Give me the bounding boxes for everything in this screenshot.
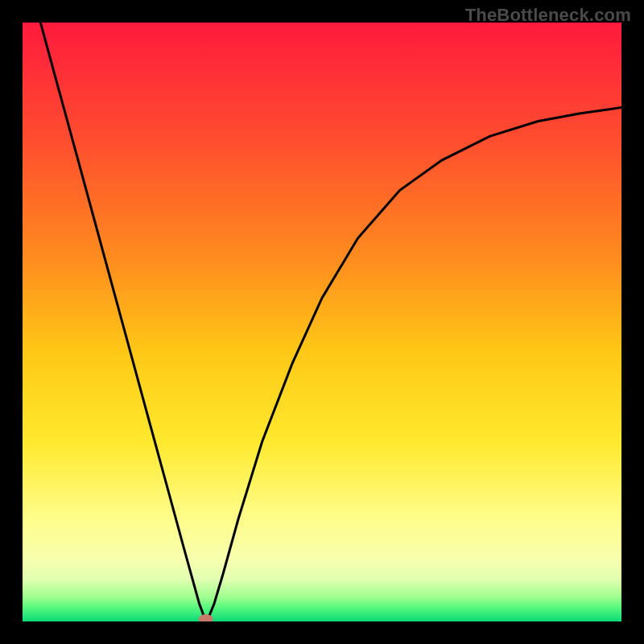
curve-layer <box>23 23 621 621</box>
bottleneck-curve <box>40 23 621 621</box>
watermark-text: TheBottleneck.com <box>465 5 631 26</box>
optimum-marker <box>199 614 213 621</box>
chart-frame: TheBottleneck.com <box>0 0 644 644</box>
plot-area <box>23 23 621 621</box>
